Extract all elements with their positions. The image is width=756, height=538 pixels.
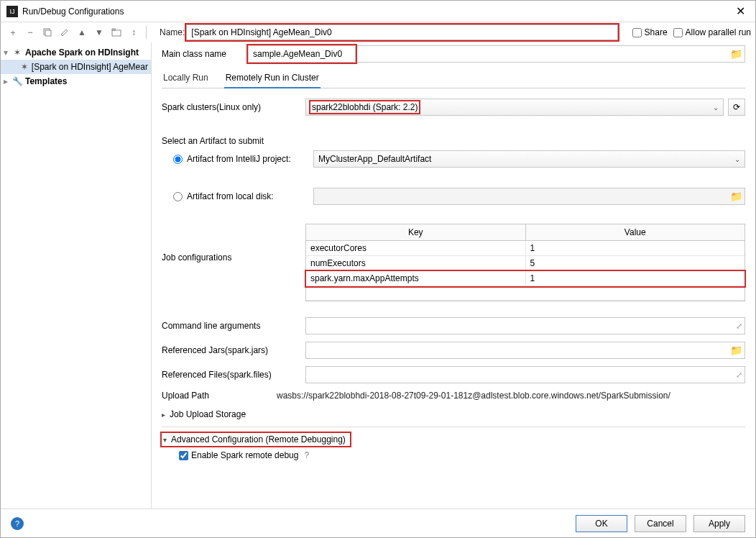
table-header-value: Value (526, 224, 745, 240)
cluster-label: Spark clusters(Linux only) (162, 102, 305, 112)
table-cell-value: 5 (526, 256, 745, 270)
tree-label: Apache Spark on HDInsight (25, 47, 139, 58)
artifact-section-label: Select an Artifact to submit (162, 136, 745, 146)
tree-node-apache-spark[interactable]: ▾ ✶ Apache Spark on HDInsight (1, 45, 151, 60)
collapse-button[interactable]: ↕ (126, 24, 142, 40)
move-down-button[interactable]: ▼ (91, 24, 107, 40)
cmd-args-label: Command line arguments (162, 321, 305, 331)
upload-path-value: wasbs://spark22blobhdi-2018-08-27t09-29-… (277, 391, 745, 401)
spark-icon: ✶ (20, 62, 29, 72)
spark-icon: ✶ (12, 47, 22, 58)
table-cell-key: numExecutors (306, 256, 526, 270)
artifact-disk-input[interactable] (313, 188, 745, 205)
move-up-button[interactable]: ▲ (74, 24, 90, 40)
toolbar: ＋ − ▲ ▼ ↕ Name: Share Allow parallel run (1, 22, 755, 42)
tree-node-templates[interactable]: ▸ 🔧 Templates (1, 74, 151, 88)
artifact-intellij-select[interactable]: MyClusterApp_DefaultArtifact ⌄ (313, 150, 745, 168)
advanced-config-toggle[interactable]: ▾ Advanced Configuration (Remote Debuggi… (162, 433, 350, 446)
cluster-select[interactable]: spark22blobhdi (Spark: 2.2) ⌄ (305, 99, 724, 116)
tab-remotely-run[interactable]: Remotely Run in Cluster (224, 70, 321, 88)
table-cell-key: spark.yarn.maxAppAttempts (306, 271, 526, 286)
folder-icon[interactable]: 📁 (730, 345, 742, 356)
chevron-down-icon: ⌄ (734, 155, 740, 163)
ref-jars-label: Referenced Jars(spark.jars) (162, 345, 305, 355)
svg-rect-2 (112, 30, 121, 36)
close-icon[interactable]: ✕ (732, 4, 750, 18)
apply-button[interactable]: Apply (693, 515, 745, 532)
share-checkbox[interactable]: Share (632, 27, 668, 37)
wrench-icon: 🔧 (12, 76, 22, 86)
table-row-highlighted[interactable]: spark.yarn.maxAppAttempts 1 (306, 271, 745, 286)
chevron-right-icon[interactable]: ▸ (4, 76, 12, 86)
table-row[interactable]: numExecutors 5 (306, 256, 745, 271)
ref-files-label: Referenced Files(spark.files) (162, 370, 305, 380)
artifact-disk-radio[interactable] (173, 192, 183, 201)
folder-button[interactable] (109, 24, 124, 40)
folder-icon[interactable]: 📁 (730, 191, 742, 202)
name-input[interactable] (186, 24, 617, 40)
enable-remote-debug-checkbox[interactable]: Enable Spark remote debug (179, 450, 298, 460)
tree-node-config[interactable]: ✶ [Spark on HDInsight] AgeMean_Div0 (1, 60, 151, 74)
refresh-button[interactable]: ⟳ (728, 99, 745, 116)
table-cell-value: 1 (526, 241, 745, 255)
ref-jars-input[interactable] (305, 342, 745, 359)
upload-path-label: Upload Path (162, 391, 277, 401)
table-row[interactable]: executorCores 1 (306, 241, 745, 256)
expand-icon[interactable]: ⤢ (736, 370, 742, 380)
cluster-value: spark22blobhdi (Spark: 2.2) (312, 102, 418, 112)
allow-parallel-label: Allow parallel run (686, 27, 751, 37)
copy-button[interactable] (40, 24, 55, 40)
content-pane: Main class name 📁 Locally Run Remotely R… (152, 42, 755, 509)
tabbar: Locally Run Remotely Run in Cluster (162, 70, 745, 88)
chevron-right-icon: ▸ (162, 411, 165, 419)
artifact-intellij-value: MyClusterApp_DefaultArtifact (318, 154, 431, 164)
table-header-key: Key (306, 224, 526, 240)
job-upload-storage-label: Job Upload Storage (170, 409, 246, 419)
window-title: Run/Debug Configurations (22, 6, 732, 17)
sidebar: ▾ ✶ Apache Spark on HDInsight ✶ [Spark o… (1, 42, 152, 509)
artifact-disk-label: Artifact from local disk: (187, 191, 309, 201)
enable-remote-debug-label: Enable Spark remote debug (191, 450, 298, 460)
tree-label: Templates (25, 76, 67, 86)
artifact-intellij-label: Artifact from IntelliJ project: (187, 154, 309, 164)
separator (146, 26, 147, 39)
name-label: Name: (160, 27, 185, 37)
ref-files-input[interactable] (305, 366, 745, 383)
chevron-down-icon: ▾ (163, 436, 167, 444)
job-upload-storage-toggle[interactable]: ▸ Job Upload Storage (162, 408, 745, 421)
chevron-down-icon: ⌄ (713, 104, 719, 111)
table-cell-value: 1 (526, 271, 745, 286)
footer: ? OK Cancel Apply (1, 509, 755, 537)
tree-label: [Spark on HDInsight] AgeMean_Div0 (32, 62, 148, 72)
main-class-input[interactable] (248, 45, 356, 63)
artifact-intellij-radio[interactable] (173, 155, 183, 164)
main-class-label: Main class name (162, 49, 248, 59)
folder-icon[interactable]: 📁 (730, 48, 742, 60)
advanced-config-label: Advanced Configuration (Remote Debugging… (171, 434, 346, 444)
titlebar: IJ Run/Debug Configurations ✕ (1, 1, 755, 22)
help-button[interactable]: ? (11, 517, 24, 530)
cancel-button[interactable]: Cancel (635, 515, 686, 532)
app-icon: IJ (6, 6, 18, 17)
ok-button[interactable]: OK (576, 515, 627, 532)
remove-button[interactable]: − (22, 24, 38, 40)
expand-icon[interactable]: ⤢ (736, 322, 742, 331)
settings-button[interactable] (57, 24, 73, 40)
svg-rect-1 (45, 30, 51, 36)
share-label: Share (645, 27, 668, 37)
tab-locally-run[interactable]: Locally Run (162, 70, 210, 88)
chevron-down-icon[interactable]: ▾ (4, 47, 12, 58)
help-icon[interactable]: ? (304, 450, 309, 460)
table-cell-key: executorCores (306, 241, 526, 255)
job-config-table: Key Value executorCores 1 numExecutors 5… (305, 224, 745, 301)
cmd-args-input[interactable] (305, 317, 745, 334)
add-button[interactable]: ＋ (5, 24, 21, 40)
job-config-label: Job configurations (162, 224, 305, 263)
allow-parallel-checkbox[interactable]: Allow parallel run (673, 27, 751, 37)
